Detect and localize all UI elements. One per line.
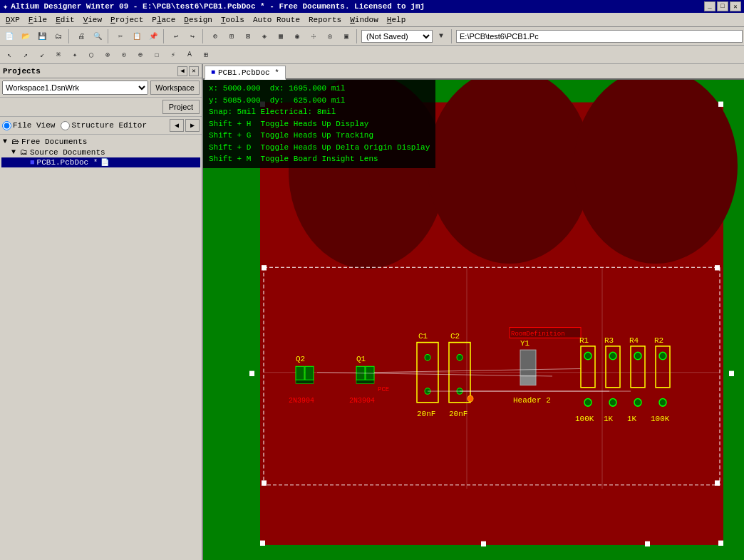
expand-icon: ▼ (3, 138, 11, 145)
r4-label: R4 (629, 336, 639, 344)
close-button[interactable]: ✕ (730, 1, 741, 11)
snap-btn[interactable]: ⊕ (207, 28, 223, 44)
tree-item-pcb1[interactable]: ■ PCB1.PcbDoc * 📄 (1, 157, 200, 167)
tb-btn-6[interactable]: ⊠ (240, 28, 256, 44)
projects-panel: Projects ◀ ✕ Workspace1.DsnWrk Workspace… (0, 64, 203, 560)
tab-icon: ■ (211, 68, 215, 76)
project-area: Project (0, 98, 202, 117)
tb-btn-7[interactable]: ◈ (257, 28, 272, 44)
print-btn[interactable]: 🖨 (73, 28, 89, 44)
print-prev-btn[interactable]: 🔍 (90, 28, 105, 44)
minimize-button[interactable]: _ (704, 1, 715, 11)
title-text: Altium Designer Winter 09 - E:\PCB\test6… (11, 2, 704, 11)
tb2-text-btn[interactable]: A (182, 47, 197, 63)
room-def-label: RoomDefinition (511, 330, 565, 338)
r4-pad-bot (634, 399, 641, 407)
view-icon-2[interactable]: ▶ (185, 119, 200, 132)
menu-file[interactable]: File (24, 14, 51, 26)
menu-window[interactable]: Window (346, 14, 383, 26)
q1-sublabel: 2N3904 (349, 396, 375, 405)
tb2-btn-6[interactable]: ◯ (83, 47, 99, 63)
toolbar-2: ↖ ↗ ↙ ⌘ ✦ ◯ ⊗ ⊙ ⊕ ☐ ⚡ A ⊞ (0, 46, 744, 64)
tb2-btn-2[interactable]: ↗ (18, 47, 33, 63)
menu-tools[interactable]: Tools (217, 14, 249, 26)
tb-btn-5[interactable]: ⊞ (224, 28, 239, 44)
path-input[interactable] (456, 30, 743, 43)
dropdown-arrow[interactable]: ▼ (433, 28, 449, 44)
tab-pcb1[interactable]: ■ PCB1.PcbDoc * (205, 66, 286, 80)
c2-sublabel: 20nF (449, 410, 467, 418)
corner-br (715, 480, 720, 485)
tb-btn-11[interactable]: ◎ (322, 28, 338, 44)
r1-pad-bot (584, 399, 591, 407)
structure-editor-radio-label[interactable]: Structure Editor (61, 121, 147, 130)
pcb-file-icon: ■ (30, 158, 35, 167)
q2-sublabel: 2N3904 (289, 396, 314, 405)
menu-autoroute[interactable]: Auto Route (249, 14, 304, 26)
menu-design[interactable]: Design (180, 14, 217, 26)
r4-sublabel: 1K (627, 415, 636, 423)
view-area: File View Structure Editor ◀ ▶ (0, 117, 202, 135)
tb-btn-8[interactable]: ▦ (273, 28, 289, 44)
tree-area[interactable]: ▼ 🗁 Free Documents ▼ 🗂 Source Documents … (0, 135, 202, 560)
corner-tl (262, 265, 267, 270)
r1-label: R1 (579, 336, 589, 344)
tb2-btn-13[interactable]: ⊞ (198, 47, 214, 63)
info-overlay: x: 5000.000 dx: 1695.000 mil y: 5085.000… (203, 80, 435, 168)
tree-item-freedocs[interactable]: ▼ 🗁 Free Documents (1, 136, 200, 147)
structure-editor-label: Structure Editor (71, 121, 147, 130)
panel-collapse-btn[interactable]: ◀ (177, 66, 187, 76)
paste-btn[interactable]: 📌 (145, 28, 161, 44)
tb-btn-12[interactable]: ▣ (339, 28, 354, 44)
menu-view[interactable]: View (79, 14, 106, 26)
tb2-btn-1[interactable]: ↖ (1, 47, 17, 63)
workspace-dropdown[interactable]: Workspace1.DsnWrk (2, 81, 148, 95)
info-line-6: Shift + D Toggle Heads Up Delta Origin D… (209, 142, 430, 154)
q1-label: Q1 (356, 355, 366, 363)
maximize-button[interactable]: □ (717, 1, 728, 11)
tb-btn-10[interactable]: ☩ (306, 28, 321, 44)
sep4 (202, 29, 205, 43)
structure-editor-radio[interactable] (61, 121, 70, 130)
pcb-canvas[interactable]: x: 5000.000 dx: 1695.000 mil y: 5085.000… (203, 80, 744, 560)
tb-btn-9[interactable]: ◉ (289, 28, 305, 44)
tb2-btn-11[interactable]: ⚡ (165, 47, 181, 63)
menu-dxp[interactable]: DXP (1, 14, 24, 26)
menu-reports[interactable]: Reports (304, 14, 346, 26)
view-icon-1[interactable]: ◀ (170, 119, 184, 132)
c1-sublabel: 20nF (417, 410, 435, 418)
menu-place[interactable]: Place (148, 14, 180, 26)
undo-btn[interactable]: ↩ (168, 28, 184, 44)
panel-close-btn[interactable]: ✕ (189, 66, 199, 76)
tb2-btn-8[interactable]: ⊙ (116, 47, 132, 63)
redo-btn[interactable]: ↪ (185, 28, 200, 44)
file-view-radio-label[interactable]: File View (2, 121, 55, 130)
save-all-btn[interactable]: 🗂 (51, 28, 66, 44)
open-btn[interactable]: 📂 (18, 28, 33, 44)
tb2-btn-3[interactable]: ↙ (34, 47, 50, 63)
tb2-btn-7[interactable]: ⊗ (100, 47, 115, 63)
tree-item-sourcedocs[interactable]: ▼ 🗂 Source Documents (1, 147, 200, 157)
info-line-1: x: 5000.000 dx: 1695.000 mil (209, 83, 430, 95)
tab-bar: ■ PCB1.PcbDoc * (203, 64, 744, 80)
menu-edit[interactable]: Edit (51, 14, 78, 26)
tb2-route-btn[interactable]: ⌘ (51, 47, 66, 63)
info-line-3: Snap: 5mil Electrical: 8mil (209, 106, 430, 118)
saved-state-dropdown[interactable]: (Not Saved) (361, 30, 433, 43)
workspace-button[interactable]: Workspace (150, 81, 200, 95)
menu-project[interactable]: Project (106, 14, 148, 26)
project-button[interactable]: Project (162, 100, 200, 114)
info-line-7: Shift + M Toggle Board Insight Lens (209, 153, 430, 165)
menu-help[interactable]: Help (383, 14, 410, 26)
tb2-btn-5[interactable]: ✦ (67, 47, 83, 63)
c1-pad-top (425, 354, 430, 360)
copy-btn[interactable]: 📋 (129, 28, 145, 44)
tb2-btn-9[interactable]: ⊕ (133, 47, 148, 63)
left-edge-marker (249, 371, 254, 376)
new-btn[interactable]: 📄 (1, 28, 17, 44)
file-view-radio[interactable] (2, 121, 11, 130)
q2-body (296, 380, 314, 383)
tb2-btn-10[interactable]: ☐ (149, 47, 165, 63)
cut-btn[interactable]: ✂ (113, 28, 128, 44)
save-btn[interactable]: 💾 (34, 28, 50, 44)
